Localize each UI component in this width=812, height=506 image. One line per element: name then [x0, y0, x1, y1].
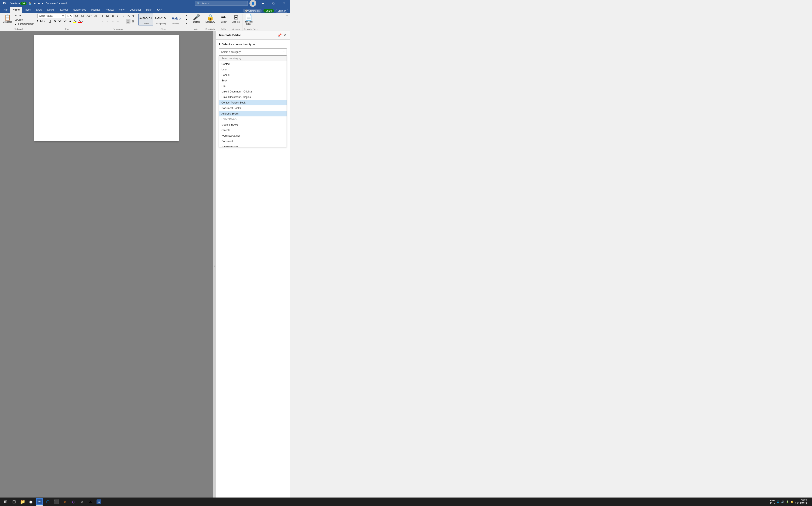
- editor-button[interactable]: ✏ Editor: [219, 14, 229, 24]
- document-area[interactable]: [0, 31, 213, 501]
- user-avatar[interactable]: 👤: [249, 0, 256, 7]
- editing-mode-button[interactable]: Editing ▾: [275, 9, 288, 13]
- tab-help[interactable]: Help: [144, 7, 154, 13]
- autosave-state[interactable]: Off: [20, 2, 26, 5]
- styles-up-button[interactable]: ▲: [184, 14, 189, 18]
- borders-button[interactable]: ⊞: [131, 19, 136, 23]
- subscript-button[interactable]: X2: [58, 19, 62, 23]
- panel-close-button[interactable]: ✕: [282, 33, 287, 37]
- dropdown-item-linked-doc-original[interactable]: Linked Document - Original: [219, 89, 287, 94]
- change-case-button[interactable]: Aa▾: [86, 14, 92, 18]
- tab-mailings[interactable]: Mailings: [88, 7, 103, 13]
- dropdown-item-contact[interactable]: Contact: [219, 61, 287, 67]
- taskbar-chrome[interactable]: ◉: [27, 498, 35, 506]
- font-color-button[interactable]: A ▾: [78, 19, 83, 23]
- dropdown-item-contact-person-book[interactable]: Contact Person Book: [219, 100, 287, 105]
- styles-down-button[interactable]: ▼: [184, 18, 189, 22]
- taskbar-word2[interactable]: W: [95, 498, 103, 506]
- style-heading1[interactable]: AaBb Heading 1: [169, 14, 184, 25]
- dropdown-item-file[interactable]: File: [219, 83, 287, 89]
- justify-button[interactable]: ≡: [115, 19, 120, 23]
- style-normal[interactable]: AaBbCcDd Normal: [138, 14, 153, 25]
- taskbar-vscode[interactable]: ⬡: [44, 498, 52, 506]
- italic-button[interactable]: I: [43, 19, 47, 23]
- dropdown-item-document-books[interactable]: Document Books: [219, 105, 287, 111]
- superscript-button[interactable]: X2: [63, 19, 68, 23]
- dropdown-item-address-books[interactable]: Address Books: [219, 111, 287, 116]
- font-size-select[interactable]: 12: [66, 14, 73, 18]
- font-name-select[interactable]: Aptos (Body): [37, 14, 65, 18]
- tab-file[interactable]: File: [1, 7, 10, 13]
- underline-button[interactable]: U: [48, 19, 52, 23]
- taskbar-widgets[interactable]: ⊞: [10, 498, 18, 506]
- decrease-indent-button[interactable]: ⇤: [115, 14, 120, 18]
- style-no-space[interactable]: AaBbCcDd No Spacing: [154, 14, 168, 25]
- increase-font-button[interactable]: A↑: [74, 14, 79, 18]
- strikethrough-button[interactable]: S: [53, 19, 57, 23]
- copy-button[interactable]: ⧉Copy: [14, 18, 34, 22]
- tab-review[interactable]: Review: [103, 7, 116, 13]
- minimize-button[interactable]: ─: [258, 0, 268, 7]
- tab-join[interactable]: JOIN: [154, 7, 165, 13]
- start-button[interactable]: ⊞: [2, 498, 9, 506]
- dropdown-item-book[interactable]: Book: [219, 78, 287, 83]
- taskbar-app7[interactable]: ◈: [61, 498, 69, 506]
- shading-button[interactable]: ◻: [126, 19, 131, 23]
- restore-button[interactable]: ⧉: [268, 0, 278, 7]
- tab-design[interactable]: Design: [45, 7, 58, 13]
- dropdown-item-meeting-books[interactable]: Meeting Books: [219, 122, 287, 128]
- close-button[interactable]: ✕: [279, 0, 289, 7]
- dropdown-item-linked-doc-copies[interactable]: LinkedDocument - Copies: [219, 94, 287, 100]
- collapse-panel-button[interactable]: ‹: [213, 31, 216, 501]
- tab-layout[interactable]: Layout: [58, 7, 70, 13]
- paste-button[interactable]: 📋 Clipboard: [2, 14, 13, 24]
- line-spacing-button[interactable]: ↕: [121, 19, 126, 23]
- category-dropdown-scroll[interactable]: Select a category Contact User Handler B…: [219, 56, 287, 147]
- tab-view[interactable]: View: [116, 7, 127, 13]
- dropdown-item-handler[interactable]: Handler: [219, 72, 287, 78]
- dropdown-item-template-block[interactable]: TemplateBlock: [219, 144, 287, 147]
- customize-qat-button[interactable]: ▾: [41, 2, 44, 5]
- dropdown-item-document[interactable]: Document: [219, 139, 287, 144]
- format-painter-button[interactable]: 🖌Format Painter: [14, 22, 34, 26]
- clear-format-button[interactable]: ⌧: [93, 14, 98, 18]
- text-effects-button[interactable]: A: [68, 19, 73, 23]
- dropdown-item-placeholder[interactable]: Select a category: [219, 56, 287, 61]
- align-left-button[interactable]: ≡: [100, 19, 105, 23]
- dropdown-item-user[interactable]: User: [219, 67, 287, 72]
- panel-pin-button[interactable]: 📌: [277, 33, 282, 37]
- dropdown-item-folder-books[interactable]: Folder Books: [219, 116, 287, 122]
- dropdown-item-objects[interactable]: Objects: [219, 128, 287, 133]
- document-page[interactable]: [34, 35, 179, 141]
- styles-expand-button[interactable]: ⊞: [184, 21, 189, 25]
- bold-button[interactable]: Bold: [37, 19, 42, 23]
- redo-button[interactable]: ↪: [37, 2, 40, 5]
- show-para-button[interactable]: ¶: [131, 14, 136, 18]
- collapse-ribbon-button[interactable]: ⌃: [285, 14, 289, 31]
- cut-button[interactable]: ✂Cut: [14, 14, 34, 17]
- tab-insert[interactable]: Insert: [22, 7, 34, 13]
- increase-indent-button[interactable]: ⇥: [121, 14, 126, 18]
- undo-button[interactable]: ↩: [33, 2, 36, 5]
- category-select-box[interactable]: Select a category ▾: [219, 48, 287, 56]
- decrease-font-button[interactable]: A↓: [80, 14, 85, 18]
- taskbar-explorer[interactable]: 📁: [19, 498, 26, 506]
- save-button[interactable]: 💾: [28, 2, 32, 5]
- dictate-button[interactable]: 🎤 Dictate: [191, 14, 201, 24]
- sensitivity-button[interactable]: 🔒 Sensitivity: [204, 14, 216, 24]
- highlight-button[interactable]: A ▾: [73, 19, 78, 23]
- center-button[interactable]: ≡: [105, 19, 110, 23]
- align-right-button[interactable]: ≡: [110, 19, 115, 23]
- dropdown-item-workflow-activity[interactable]: WorkflowActivity: [219, 133, 287, 139]
- taskbar-app8[interactable]: ◇: [70, 498, 77, 506]
- tab-draw[interactable]: Draw: [34, 7, 45, 13]
- tab-home[interactable]: Home: [10, 7, 22, 13]
- tab-developer[interactable]: Developer: [127, 7, 144, 13]
- multilevel-button[interactable]: ≣: [110, 14, 115, 18]
- sort-button[interactable]: ↕A: [126, 14, 131, 18]
- comments-button[interactable]: 💬 Comments: [243, 9, 262, 13]
- numbering-button[interactable]: №: [105, 14, 110, 18]
- template-editor-button[interactable]: 📄 TemplateEditor: [244, 14, 254, 26]
- addins-button[interactable]: ⊞ Add-ins: [231, 14, 241, 24]
- autosave-button[interactable]: AutoSave Off: [9, 2, 27, 5]
